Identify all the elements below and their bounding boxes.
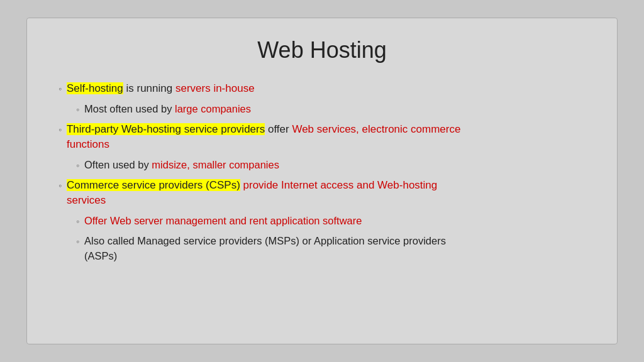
bullet-2: ◦ Most often used by large companies (58, 102, 586, 117)
bullet-7: ◦ Also called Managed service providers … (58, 234, 586, 264)
bullet-6: ◦ Offer Web server management and rent a… (58, 214, 586, 229)
bullet-icon-1: ◦ (58, 82, 62, 95)
bullet-3: ◦ Third-party Web-hosting service provid… (58, 122, 586, 153)
bullet-6-text: Offer Web server management and rent app… (84, 214, 362, 229)
bullet-7-text: Also called Managed service providers (M… (84, 234, 446, 264)
bullet-5-text: Commerce service providers (CSPs) provid… (67, 178, 437, 209)
bullet-3-text: Third-party Web-hosting service provider… (67, 122, 460, 153)
bullet-icon-4: ◦ (76, 159, 79, 172)
bullet-icon-6: ◦ (76, 215, 79, 228)
bullet-icon-5: ◦ (58, 179, 62, 192)
bullet-1-text: Self-hosting is running servers in-house (67, 81, 255, 97)
bullet-5-highlighted: Commerce service providers (CSPs) (67, 179, 240, 191)
bullet-icon-2: ◦ (76, 103, 79, 116)
bullet-icon-7: ◦ (76, 235, 79, 248)
bullet-1: ◦ Self-hosting is running servers in-hou… (58, 81, 586, 97)
bullet-3-highlighted: Third-party Web-hosting service provider… (67, 123, 265, 135)
bullet-4-text: Often used by midsize, smaller companies (84, 158, 279, 173)
bullet-4: ◦ Often used by midsize, smaller compani… (58, 158, 586, 173)
bullet-icon-3: ◦ (58, 123, 62, 136)
bullet-2-text: Most often used by large companies (84, 102, 251, 117)
bullet-5: ◦ Commerce service providers (CSPs) prov… (58, 178, 586, 209)
bullet-1-highlighted: Self-hosting (67, 82, 123, 94)
slide-content: ◦ Self-hosting is running servers in-hou… (58, 81, 586, 325)
slide: Web Hosting ◦ Self-hosting is running se… (26, 18, 618, 344)
slide-title: Web Hosting (58, 37, 586, 63)
